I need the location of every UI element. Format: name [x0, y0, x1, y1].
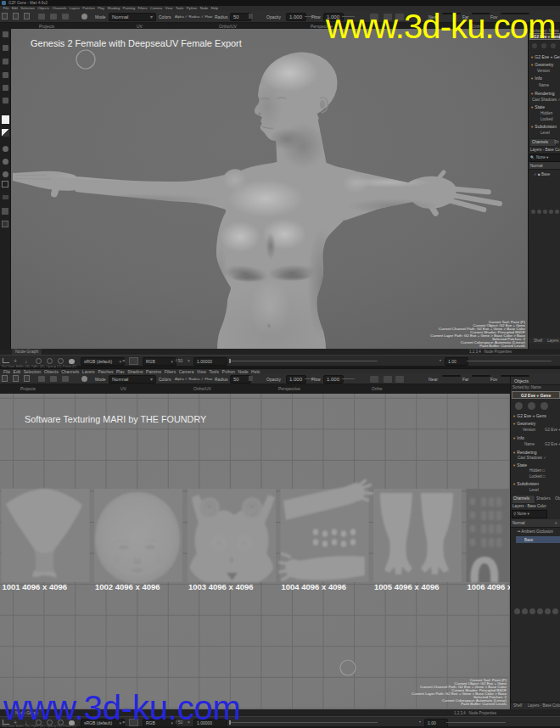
svg-text:1002 4096 x 4096: 1002 4096 x 4096	[95, 582, 160, 591]
svg-text:1006 4096 x 4096: 1006 4096 x 4096	[468, 582, 511, 591]
svg-text:1004 4096 x 4096: 1004 4096 x 4096	[282, 582, 347, 591]
svg-text:Genesis 2 Female with DeepseaU: Genesis 2 Female with DeepseaUV Female E…	[31, 38, 242, 48]
svg-text:Paint Buffer: Current Levels: Paint Buffer: Current Levels	[479, 344, 526, 348]
svg-text:1003 4096 x 4096: 1003 4096 x 4096	[188, 582, 254, 591]
svg-text:1001 4096 x 4096: 1001 4096 x 4096	[3, 582, 68, 591]
svg-text:Software Texturing MARI by THE: Software Texturing MARI by THE FOUNDRY	[25, 414, 206, 424]
svg-text:Paint Buffer: Current Levels: Paint Buffer: Current Levels	[461, 702, 507, 706]
svg-text:1005 4096 x 4096: 1005 4096 x 4096	[374, 582, 440, 591]
